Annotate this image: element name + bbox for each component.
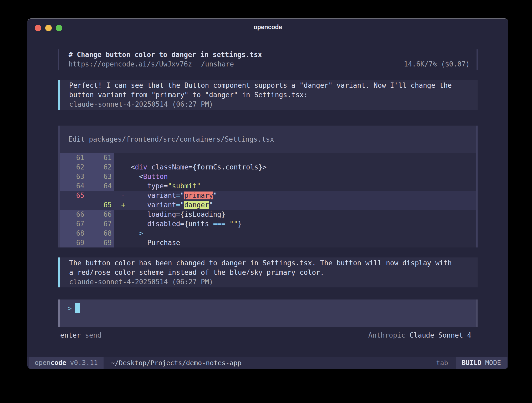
session-subheader: https://opencode.ai/s/UwJxv76z/unshare 1… (69, 59, 470, 69)
diff-code-cell: loading={isLoading} (114, 210, 476, 219)
diff-code-text: disabled={units === ""} (114, 220, 242, 228)
diff-new-line-number: 69 (89, 238, 114, 247)
diff-row: 6969 Purchase (60, 238, 476, 247)
diff-old-line-number: 68 (60, 229, 89, 238)
desktop-background: opencode # Change button color to danger… (0, 0, 532, 403)
diff-old-line-number: 62 (60, 162, 89, 172)
diff-code-text: <div className={formCs.controls}> (114, 163, 267, 171)
tab-key-hint: tab (436, 359, 448, 367)
diff-row: 65+ variant="danger" (60, 200, 476, 210)
session-header: # Change button color to danger in setti… (58, 49, 478, 70)
diff-code-text: type="submit" (114, 182, 201, 190)
share-row: https://opencode.ai/s/UwJxv76z/unshare (69, 59, 234, 69)
diff-old-line-number: 61 (60, 153, 89, 162)
window-title: opencode (27, 24, 508, 31)
diff-code-text: <Button (114, 173, 168, 180)
message-model-meta: claude-sonnet-4-20250514 (06:27 PM) (69, 100, 471, 109)
unshare-command[interactable]: /unshare (201, 60, 234, 68)
diff-old-line-number: 69 (60, 238, 89, 247)
diff-row: 6161 (60, 153, 476, 162)
diff-new-line-number: 63 (89, 172, 114, 181)
diff-old-line-number: 63 (60, 172, 89, 181)
status-bar: opencodev0.3.11 ~/Desktop/Projects/demo-… (27, 357, 508, 369)
diff-row: 65- variant="primary" (60, 191, 476, 200)
send-action-label: send (85, 331, 101, 339)
app-name-open: open (35, 359, 50, 366)
provider-name: Anthropic (368, 331, 405, 339)
diff-code-text: variant="primary" (114, 192, 217, 199)
diff-row: 6767 disabled={units === ""} (60, 219, 476, 229)
diff-row: 6868 > (60, 229, 476, 238)
window-titlebar: opencode (27, 19, 508, 34)
diff-code-text: > (114, 229, 143, 237)
diff-code-cell: Purchase (114, 238, 476, 247)
session-content: # Change button color to danger in setti… (58, 34, 478, 340)
context-usage-stats: 14.6K/7% ($0.07) (404, 59, 470, 69)
edit-tool-title: Edit packages/frontend/src/containers/Se… (60, 126, 476, 153)
assistant-message: Perfect! I can see that the Button compo… (58, 80, 478, 110)
diff-code-text: variant="danger" (114, 201, 213, 209)
diff-new-line-number: 65 (89, 200, 114, 210)
model-name: Claude Sonnet 4 (410, 331, 471, 339)
mode-indicator[interactable]: BUILDMODE (456, 357, 507, 369)
message-model-meta: claude-sonnet-4-20250514 (06:27 PM) (69, 277, 471, 287)
diff-code-cell: + variant="danger" (114, 200, 476, 210)
mode-label: MODE (485, 359, 501, 366)
text-cursor (75, 303, 80, 313)
enter-key-hint: enter (60, 331, 81, 339)
diff-code-cell (114, 153, 476, 162)
share-url-link[interactable]: https://opencode.ai/s/UwJxv76z (69, 60, 192, 68)
diff-old-line-number: 66 (60, 210, 89, 219)
diff-code-cell: type="submit" (114, 181, 476, 191)
diff-code-cell: <Button (114, 172, 476, 181)
hints-row: entersend AnthropicClaude Sonnet 4 (58, 330, 478, 340)
message-text-line: Perfect! I can see that the Button compo… (69, 81, 471, 90)
prompt-input[interactable]: > (58, 299, 478, 327)
diff-old-line-number: 64 (60, 181, 89, 191)
diff-new-line-number: 64 (89, 181, 114, 191)
diff-change-marker: + (121, 200, 125, 210)
app-version: v0.3.11 (70, 359, 98, 366)
diff-old-line-number: 67 (60, 219, 89, 229)
edit-tool-card: Edit packages/frontend/src/containers/Se… (58, 126, 478, 247)
diff-new-line-number: 68 (89, 229, 114, 238)
diff-code-cell: > (114, 229, 476, 238)
diff-code-cell: <div className={formCs.controls}> (114, 162, 476, 172)
diff-change-marker: - (121, 191, 125, 200)
diff-row: 6262 <div className={formCs.controls}> (60, 162, 476, 172)
diff-new-line-number (89, 191, 114, 200)
diff-old-line-number (60, 200, 89, 210)
diff-code-cell: - variant="primary" (114, 191, 476, 200)
diff-code-cell: disabled={units === ""} (114, 219, 476, 229)
message-text-line: The button color has been changed to dan… (69, 258, 471, 268)
session-title: # Change button color to danger in setti… (69, 50, 470, 59)
diff-row: 6363 <Button (60, 172, 476, 181)
working-directory: ~/Desktop/Projects/demo-notes-app (111, 359, 242, 367)
opencode-window: opencode # Change button color to danger… (27, 18, 508, 369)
diff-new-line-number: 66 (89, 210, 114, 219)
message-text-line: button variant from "primary" to "danger… (69, 90, 471, 100)
diff-code-text: loading={isLoading} (114, 210, 226, 218)
app-name-code: code (50, 359, 66, 366)
send-hint: entersend (60, 330, 101, 340)
assistant-message: The button color has been changed to dan… (58, 257, 478, 287)
diff-new-line-number: 62 (89, 162, 114, 172)
diff-row: 6666 loading={isLoading} (60, 210, 476, 219)
diff-view: 61616262 <div className={formCs.controls… (60, 153, 476, 247)
diff-row: 6464 type="submit" (60, 181, 476, 191)
mode-name: BUILD (462, 359, 482, 366)
diff-code-text: Purchase (114, 239, 180, 247)
app-version-chip: opencodev0.3.11 (29, 357, 104, 369)
model-indicator: AnthropicClaude Sonnet 4 (368, 330, 471, 340)
diff-new-line-number: 67 (89, 219, 114, 229)
diff-old-line-number: 65 (60, 191, 89, 200)
prompt-symbol: > (68, 304, 72, 312)
message-text-line: a red/rose color scheme instead of the b… (69, 268, 471, 277)
diff-new-line-number: 61 (89, 153, 114, 162)
